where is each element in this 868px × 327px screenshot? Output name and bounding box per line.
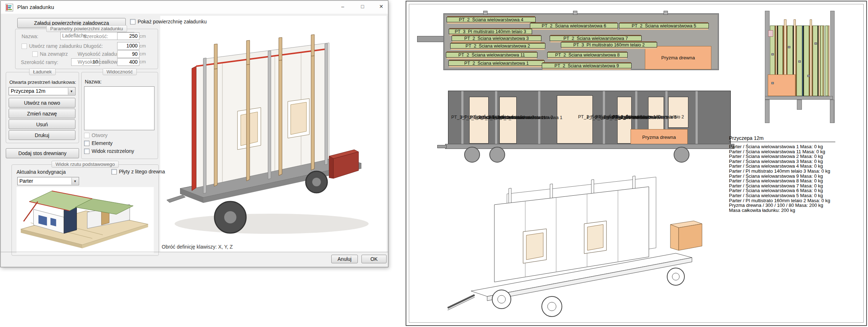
combo-value: Parter (19, 178, 33, 184)
report-sheet: Pryzma drewna PT_2_Ściana wielowarstwowa… (406, 1, 867, 326)
plan-bar: PT_2_Ściana wielowarstwowa 1 (448, 60, 545, 66)
isometric-view (440, 167, 735, 322)
unit-label: cm (139, 51, 146, 56)
plan-bar: PT_2_Ściana wielowarstwowa 7 (550, 36, 642, 41)
rename-button[interactable]: Zmień nazwę (9, 109, 75, 118)
end-panel-strip (823, 26, 823, 96)
delete-button[interactable]: Usuń (9, 119, 75, 129)
checkbox-box[interactable] (130, 19, 135, 24)
maximize-button[interactable]: □ (355, 1, 370, 12)
visibility-name-label: Nazwa: (85, 79, 102, 85)
end-leg (765, 100, 770, 123)
plan-bar: PT_2_Ściana wielowarstwowa 9 (542, 63, 632, 68)
params-group-caption: Parametry powierzchni załadunku (46, 25, 127, 32)
end-connector (807, 75, 810, 77)
plan-view: Pryzma drewna PT_2_Ściana wielowarstwowa… (444, 14, 719, 70)
cancel-button[interactable]: Anuluj (331, 255, 358, 263)
unit-label: cm (139, 33, 146, 39)
loading-plan-dialog: Plan załadunku – □ ✕ (0, 0, 388, 267)
summary-title: Przyczepa 12m (729, 135, 835, 142)
plan-bar: PT_3_PI multistrato 140mm telaio 3 (449, 29, 532, 34)
width-field[interactable]: 250 (117, 32, 139, 40)
summary-line: Parter / Ściana wielowarstwowa 3 Masa: 0… (729, 159, 844, 164)
unit-label: cm (139, 43, 146, 49)
summary-line: Parter / PI multistrato 140mm telaio 3 M… (729, 169, 844, 174)
create-frame-checkbox[interactable]: Utwórz ramę załadunku (22, 43, 82, 49)
solid-wood-checkbox[interactable]: Płyty z litego drewna (111, 169, 165, 174)
length-field[interactable]: 1000 (117, 42, 139, 50)
summary-line: Parter / Ściana wielowarstwowa 1 Masa: 0… (729, 144, 844, 149)
combo-value: Przyczepa 12m (11, 88, 45, 94)
bed-tab (483, 11, 488, 15)
openings-checkbox[interactable]: Otwory (84, 132, 107, 138)
outside-checkbox[interactable]: Na zewnątrz (32, 51, 68, 57)
house-3d-preview (17, 187, 154, 253)
summary-line: Parter / Ściana wielowarstwowa 5 Masa: 0… (729, 193, 844, 198)
cargo-space-combo[interactable]: Przyczepa 12m ▼ (9, 87, 75, 95)
end-connector (814, 42, 817, 45)
cargo-group-caption: Ładunek (29, 68, 56, 75)
end-view (764, 10, 836, 124)
trailer-3d-preview[interactable] (160, 16, 387, 246)
summary-line: Parter / Ściana wielowarstwowa 8 Masa: 0… (729, 178, 844, 183)
plan-bar: PT_2_Ściana wielowarstwowa 6 (530, 23, 618, 28)
length-label: Długość: (83, 43, 103, 49)
end-panel-strip (825, 26, 828, 96)
plan-bar: PT_2_Ściana wielowarstwowa 8 (547, 52, 628, 58)
floorplan-preview[interactable] (17, 187, 154, 253)
show-surface-checkbox[interactable]: Pokaż powierzchnię załadunku (130, 19, 207, 24)
ok-button[interactable]: OK (361, 255, 387, 263)
minimize-button[interactable]: – (335, 1, 351, 12)
frame-width-label: Szerokość ramy: (21, 59, 58, 65)
rotate-hint: Obróć definicję klawiszy: X, Y, Z (162, 244, 233, 250)
footer-divider (1, 252, 388, 252)
total-height-field[interactable]: 400 (117, 58, 139, 66)
summary-line: Parter / PI multistrato 160mm telaio 2 M… (729, 198, 844, 203)
storey-label: Aktualna kondygnacja (17, 169, 66, 175)
dialog-title: Plan załadunku (17, 4, 54, 10)
bed-tab (664, 11, 668, 15)
checkbox-label: Na zewnątrz (40, 51, 68, 57)
end-wood-pile (768, 74, 795, 96)
end-connector (771, 82, 774, 84)
checkbox-box[interactable] (22, 44, 27, 49)
app-icon (5, 4, 13, 12)
chevron-down-icon[interactable]: ▼ (68, 88, 75, 95)
end-panel-strip (820, 26, 825, 96)
elements-checkbox[interactable]: Elementy (84, 140, 112, 146)
create-new-button[interactable]: Utwórz na nowo (9, 98, 75, 108)
end-leg (830, 100, 834, 123)
checkbox-box[interactable] (111, 169, 117, 174)
plan-bar: PT_2_Ściana wielowarstwowa 3 (452, 36, 541, 41)
plan-bar: PT_2_Ściana wielowarstwowa 2 (450, 43, 545, 49)
chevron-down-icon[interactable]: ▼ (71, 178, 78, 185)
plan-bar: PT_2_Ściana wielowarstwowa 5 (619, 23, 709, 28)
width-label: Szerokość: (83, 33, 108, 39)
load-height-field[interactable]: 90 (117, 50, 139, 58)
print-button[interactable]: Drukuj (9, 130, 75, 140)
close-button[interactable]: ✕ (373, 1, 389, 12)
summary-line: Parter / Ściana wielowarstwowa 9 Masa: 0… (729, 174, 844, 179)
total-height-label: Wysokość całkowita (78, 59, 123, 65)
exploded-view-checkbox[interactable]: Widok rozstrzelony (84, 148, 134, 154)
preview-viewport[interactable] (160, 16, 387, 252)
add-wood-stack-button[interactable]: Dodaj stos drewniany (6, 148, 79, 158)
checkbox-box[interactable] (84, 149, 89, 154)
end-platform (765, 96, 833, 100)
checkbox-label: Elementy (92, 140, 112, 146)
checkbox-box[interactable] (32, 51, 38, 57)
end-connector (771, 53, 774, 55)
summary-line: Parter / Ściana wielowarstwowa 11 Masa: … (729, 149, 844, 154)
visibility-listbox[interactable] (84, 86, 154, 130)
plan-bar: PT_2_Ściana wielowarstwowa 4 (447, 17, 536, 22)
checkbox-box[interactable] (84, 141, 89, 146)
summary-lines: Parter / Ściana wielowarstwowa 1 Masa: 0… (729, 144, 844, 213)
end-connector (798, 60, 801, 63)
dialog-titlebar[interactable]: Plan załadunku – □ ✕ (1, 1, 388, 14)
checkbox-label: Widok rozstrzelony (92, 148, 134, 154)
summary-line: Parter / Ściana wielowarstwowa 4 Masa: 0… (729, 164, 844, 169)
checkbox-box[interactable] (84, 133, 89, 138)
storey-combo[interactable]: Parter ▼ (17, 177, 79, 185)
summary-line: Parter / Ściana wielowarstwowa 2 Masa: 0… (729, 154, 844, 159)
plan-drawbar (417, 36, 446, 42)
